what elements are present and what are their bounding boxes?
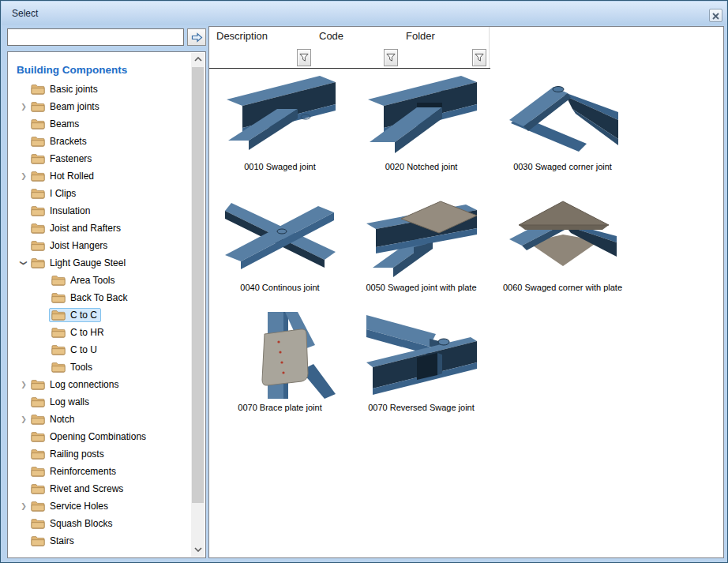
component-label: 0020 Notched joint — [351, 162, 492, 171]
tree-item[interactable]: C to C — [9, 306, 191, 324]
search-go-button[interactable] — [187, 28, 206, 46]
tree-item-label: I Clips — [50, 188, 76, 199]
tree-item[interactable]: Joist and Rafters — [9, 220, 191, 237]
tree-item[interactable]: Opening Combinations — [9, 428, 191, 445]
tree-item[interactable]: Log walls — [9, 393, 191, 411]
tree-scrollbar[interactable] — [191, 53, 205, 557]
component-thumbnail — [225, 312, 336, 399]
tree-item-label: Rivet and Screws — [50, 483, 123, 494]
chevron-icon[interactable]: ❯ — [19, 381, 28, 388]
search-input[interactable] — [7, 28, 184, 46]
folder-icon — [31, 257, 45, 268]
component-label: 0070 Reversed Swage joint — [351, 403, 492, 412]
chevron-up-icon — [194, 57, 202, 62]
component-thumbnail — [508, 192, 618, 279]
tree-item-label: Joist and Rafters — [50, 223, 121, 234]
component-item[interactable]: 0030 Swaged corner joint — [492, 71, 633, 190]
tree-item[interactable]: Insulation — [9, 202, 191, 220]
tree-item[interactable]: Brackets — [9, 133, 191, 150]
tree-item[interactable]: Stairs — [9, 532, 191, 550]
component-item[interactable]: 0020 Notched joint — [351, 71, 492, 190]
folder-icon — [31, 205, 45, 216]
tree-item[interactable]: Back To Back — [9, 289, 191, 306]
tree-item-label: Back To Back — [70, 292, 127, 303]
tree-item-label: Railing posts — [50, 449, 104, 460]
tree-item-label: Reinforcements — [50, 466, 116, 477]
folder-icon — [31, 101, 45, 112]
component-thumbnail — [366, 71, 477, 158]
tree-item[interactable]: I Clips — [9, 185, 191, 202]
brace-plate-joint-3d-thumbnail — [225, 312, 336, 399]
folder-icon — [31, 153, 45, 164]
chevron-icon[interactable]: ❯ — [19, 415, 28, 423]
scroll-down-button[interactable] — [191, 543, 205, 557]
close-button[interactable] — [709, 9, 722, 22]
component-thumbnail — [366, 312, 477, 399]
chevron-icon[interactable]: ❯ — [19, 502, 28, 510]
tree-item[interactable]: ❯ Light Gauge Steel — [9, 254, 191, 272]
tree-item[interactable]: Fasteners — [9, 150, 191, 167]
component-item[interactable]: 0070 Reversed Swage joint — [351, 312, 492, 430]
results-panel: Description Code Folder — [208, 26, 724, 558]
window-title: Select — [12, 2, 38, 25]
tree-item-label: Log connections — [50, 379, 118, 390]
folder-icon — [31, 240, 45, 251]
tree-item-label: Service Holes — [50, 501, 108, 512]
chevron-icon[interactable]: ❯ — [19, 172, 28, 180]
tree-item[interactable]: Tools — [9, 358, 191, 376]
tree-item[interactable]: Railing posts — [9, 445, 191, 463]
folder-icon — [51, 362, 66, 373]
tree-item[interactable]: ❯ Log connections — [9, 376, 191, 393]
component-item[interactable]: 0060 Swaged corner with plate — [492, 192, 633, 310]
tree-item[interactable]: Squash Blocks — [9, 515, 191, 532]
component-item[interactable]: 0010 Swaged joint — [209, 71, 351, 190]
component-label: 0050 Swaged joint with plate — [351, 283, 492, 292]
tree-item[interactable]: C to U — [9, 341, 191, 358]
scroll-up-button[interactable] — [191, 53, 205, 66]
tree-item[interactable]: Reinforcements — [9, 463, 191, 480]
swaged-corner-with-plate-3d-thumbnail — [508, 192, 618, 279]
folder-icon — [31, 535, 45, 546]
tree-item[interactable]: ❯ Beam joints — [9, 98, 191, 115]
tree-item[interactable]: ❯ Service Holes — [9, 497, 191, 515]
tree-root-label[interactable]: Building Components — [17, 64, 191, 76]
folder-icon — [31, 136, 45, 147]
tree-item-label: Area Tools — [70, 275, 114, 286]
tree-item[interactable]: ❯ Hot Rolled — [9, 167, 191, 185]
tree-item[interactable]: ❯ Notch — [9, 411, 191, 428]
folder-icon — [31, 188, 45, 199]
chevron-icon[interactable]: ❯ — [19, 103, 28, 111]
tree-item[interactable]: Rivet and Screws — [9, 480, 191, 497]
tree-item-label: C to HR — [70, 327, 104, 338]
tree-item[interactable]: C to HR — [9, 324, 191, 341]
tree-item-label: Fasteners — [50, 153, 92, 164]
close-icon — [712, 13, 719, 20]
folder-icon — [31, 223, 45, 234]
component-tree: Building Components Basic joints ❯ Beam … — [9, 52, 191, 557]
tree-item[interactable]: Joist Hangers — [9, 237, 191, 254]
swaged-corner-joint-3d-thumbnail — [508, 71, 618, 158]
folder-icon — [31, 501, 45, 512]
tree-item-label: Stairs — [50, 535, 74, 546]
component-item[interactable]: 0070 Brace plate joint — [209, 312, 351, 430]
component-item[interactable]: 0040 Continous joint — [209, 192, 351, 310]
swaged-joint-with-plate-3d-thumbnail — [366, 192, 477, 279]
folder-icon — [51, 327, 66, 338]
swaged-joint-3d-thumbnail — [225, 71, 336, 158]
tree-item[interactable]: Area Tools — [9, 272, 191, 289]
tree-item-label: C to C — [70, 310, 97, 321]
chevron-icon[interactable]: ❯ — [20, 258, 28, 268]
tree-item[interactable]: Beams — [9, 115, 191, 133]
notched-joint-3d-thumbnail — [366, 71, 477, 158]
tree-item-label: Tools — [70, 362, 92, 373]
folder-icon — [31, 396, 45, 407]
component-label: 0040 Continous joint — [209, 283, 351, 292]
tree-item[interactable]: Basic joints — [9, 81, 191, 98]
component-item[interactable]: 0050 Swaged joint with plate — [351, 192, 492, 310]
scrollbar-thumb[interactable] — [192, 67, 204, 503]
select-dialog: Select Building Components Basic joints … — [0, 0, 728, 563]
folder-icon — [51, 310, 66, 321]
chevron-down-icon — [194, 547, 202, 552]
tree-item-label: Squash Blocks — [50, 518, 112, 529]
folder-icon — [31, 379, 45, 390]
